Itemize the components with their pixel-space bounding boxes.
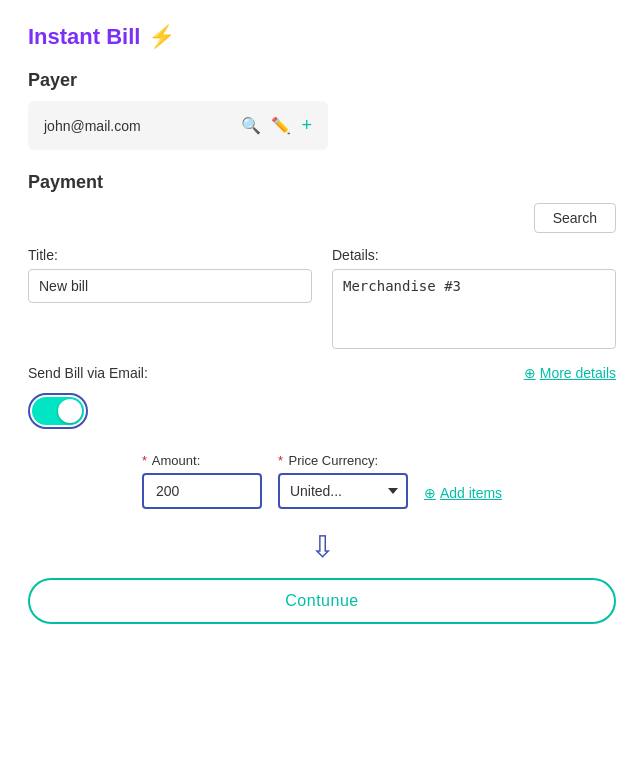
toggle-wrapper — [28, 393, 616, 429]
amount-required-star: * — [142, 453, 147, 468]
title-label: Title: — [28, 247, 312, 263]
amount-label-text: Amount: — [152, 453, 200, 468]
search-row: Search — [28, 203, 616, 233]
lightning-icon: ⚡ — [148, 24, 175, 50]
details-group: Details: Merchandise #3 — [332, 247, 616, 349]
currency-select[interactable]: United... Euro GBP — [278, 473, 408, 509]
currency-label: * Price Currency: — [278, 453, 408, 468]
arrow-down-icon: ⇩ — [310, 529, 335, 564]
amount-label: * Amount: — [142, 453, 262, 468]
currency-required-star: * — [278, 453, 283, 468]
currency-label-text: Price Currency: — [289, 453, 379, 468]
payer-section-label: Payer — [28, 70, 616, 91]
payer-box: john@mail.com 🔍 ✏️ + — [28, 101, 328, 150]
toggle-track — [32, 397, 84, 425]
currency-group: * Price Currency: United... Euro GBP — [278, 453, 408, 509]
payment-section: Payment Search Title: Details: Merchandi… — [28, 172, 616, 349]
amount-row: * Amount: * Price Currency: United... Eu… — [28, 453, 616, 509]
add-items-icon: ⊕ — [424, 485, 436, 501]
send-email-label: Send Bill via Email: — [28, 365, 148, 381]
page-title: Instant Bill ⚡ — [28, 24, 616, 50]
more-details-link[interactable]: ⊕ More details — [524, 365, 616, 381]
add-items-link[interactable]: ⊕ Add items — [424, 485, 502, 501]
search-button[interactable]: Search — [534, 203, 616, 233]
page-title-text: Instant Bill — [28, 24, 140, 50]
payment-section-label: Payment — [28, 172, 616, 193]
title-group: Title: — [28, 247, 312, 349]
details-label: Details: — [332, 247, 616, 263]
edit-icon[interactable]: ✏️ — [271, 116, 291, 135]
more-details-icon: ⊕ — [524, 365, 536, 381]
toggle-thumb — [58, 399, 82, 423]
continue-button[interactable]: Contunue — [28, 578, 616, 624]
add-icon[interactable]: + — [301, 115, 312, 136]
amount-input[interactable] — [142, 473, 262, 509]
arrow-down-row: ⇩ — [28, 529, 616, 564]
details-textarea[interactable]: Merchandise #3 — [332, 269, 616, 349]
amount-group: * Amount: — [142, 453, 262, 509]
more-details-text: More details — [540, 365, 616, 381]
send-email-row: Send Bill via Email: ⊕ More details — [28, 365, 616, 381]
title-input[interactable] — [28, 269, 312, 303]
payer-icons: 🔍 ✏️ + — [241, 115, 312, 136]
search-icon[interactable]: 🔍 — [241, 116, 261, 135]
payer-email: john@mail.com — [44, 118, 141, 134]
title-details-row: Title: Details: Merchandise #3 — [28, 247, 616, 349]
add-items-text: Add items — [440, 485, 502, 501]
send-email-toggle[interactable] — [28, 393, 88, 429]
